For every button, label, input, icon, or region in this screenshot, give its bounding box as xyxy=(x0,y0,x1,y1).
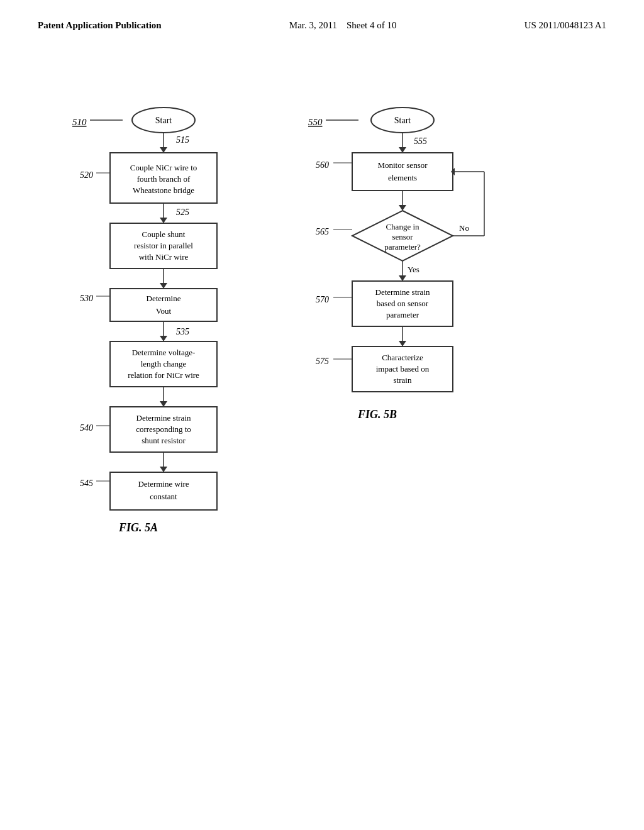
diamond-565-text2: sensor xyxy=(392,232,413,241)
step-530-text2: Vout xyxy=(156,306,172,316)
step-535-text2: length change xyxy=(141,359,187,368)
step-570-text: Determine strain xyxy=(375,287,430,297)
step-560-text2: elements xyxy=(388,173,417,182)
svg-marker-27 xyxy=(399,147,406,153)
step-535-text3: relation for NiCr wire xyxy=(128,370,199,380)
publication-title: Patent Application Publication xyxy=(38,20,162,31)
label-540: 540 xyxy=(80,423,93,433)
step-560-text: Monitor sensor xyxy=(377,160,428,170)
step-540-text2: corresponding to xyxy=(136,424,191,434)
step-575-text: Characterize xyxy=(382,353,423,362)
svg-rect-23 xyxy=(110,472,217,510)
fig5b-label: FIG. 5B xyxy=(358,408,397,421)
patent-number: US 2011/0048123 A1 xyxy=(525,20,606,31)
label-525: 525 xyxy=(176,208,189,217)
step-570-text3: parameter xyxy=(386,310,419,319)
ref-550: 550 xyxy=(308,117,323,127)
step-540-text: Determine strain xyxy=(136,413,191,423)
diamond-565-text: Change in xyxy=(386,222,419,231)
diamond-565-text3: parameter? xyxy=(384,242,421,252)
fig5b-flowchart: 550 Start 555 Monitor sensor elements 56… xyxy=(296,94,509,534)
step-520-text3: Wheatstone bridge xyxy=(133,185,194,195)
ref-510: 510 xyxy=(72,117,87,127)
step-570-text2: based on sensor xyxy=(377,299,429,308)
label-560: 560 xyxy=(316,160,329,170)
label-530: 530 xyxy=(80,294,93,303)
step-525-text3: with NiCr wire xyxy=(139,252,189,262)
start-label-5a: Start xyxy=(155,116,172,125)
label-535: 535 xyxy=(176,327,189,336)
label-520: 520 xyxy=(80,170,93,180)
fig5a-label: FIG. 5A xyxy=(119,521,158,534)
step-545-text: Determine wire xyxy=(138,479,189,489)
yes-label: Yes xyxy=(408,265,419,274)
step-525-text: Couple shunt xyxy=(142,230,186,239)
label-575: 575 xyxy=(316,357,329,366)
svg-marker-10 xyxy=(160,283,167,289)
fig5a-flowchart: 510 Start 515 Couple NiCr wire to fourth… xyxy=(50,94,264,534)
svg-marker-7 xyxy=(160,218,167,223)
page-header: Patent Application Publication Mar. 3, 2… xyxy=(0,0,644,31)
svg-marker-43 xyxy=(399,341,406,346)
publication-date: Mar. 3, 2011 Sheet 4 of 10 xyxy=(289,20,397,31)
no-label: No xyxy=(459,223,469,233)
step-545-text2: constant xyxy=(150,492,177,501)
step-520-text: Couple NiCr wire to xyxy=(130,163,197,172)
fig5a-svg: 510 Start 515 Couple NiCr wire to fourth… xyxy=(66,94,248,647)
svg-marker-39 xyxy=(399,275,406,281)
label-570: 570 xyxy=(316,295,329,304)
step-535-text: Determine voltage- xyxy=(132,348,196,357)
start-label-5b: Start xyxy=(394,116,411,125)
label-565: 565 xyxy=(316,227,329,236)
fig5b-svg: 550 Start 555 Monitor sensor elements 56… xyxy=(302,94,503,584)
step-530-text: Determine xyxy=(147,294,181,303)
svg-rect-28 xyxy=(352,153,453,191)
step-575-text3: strain xyxy=(394,375,412,385)
svg-marker-14 xyxy=(160,336,167,341)
svg-marker-3 xyxy=(160,147,167,153)
main-content: 510 Start 515 Couple NiCr wire to fourth… xyxy=(0,56,644,534)
step-525-text2: resistor in parallel xyxy=(134,241,193,250)
step-520-text2: fourth branch of xyxy=(137,174,191,184)
label-555: 555 xyxy=(414,136,427,146)
svg-marker-31 xyxy=(399,205,406,211)
label-515: 515 xyxy=(176,135,189,145)
svg-marker-17 xyxy=(160,401,167,407)
svg-marker-21 xyxy=(160,467,167,472)
step-575-text2: impact based on xyxy=(376,364,430,374)
label-545: 545 xyxy=(80,479,93,488)
step-540-text3: shunt resistor xyxy=(142,436,186,445)
